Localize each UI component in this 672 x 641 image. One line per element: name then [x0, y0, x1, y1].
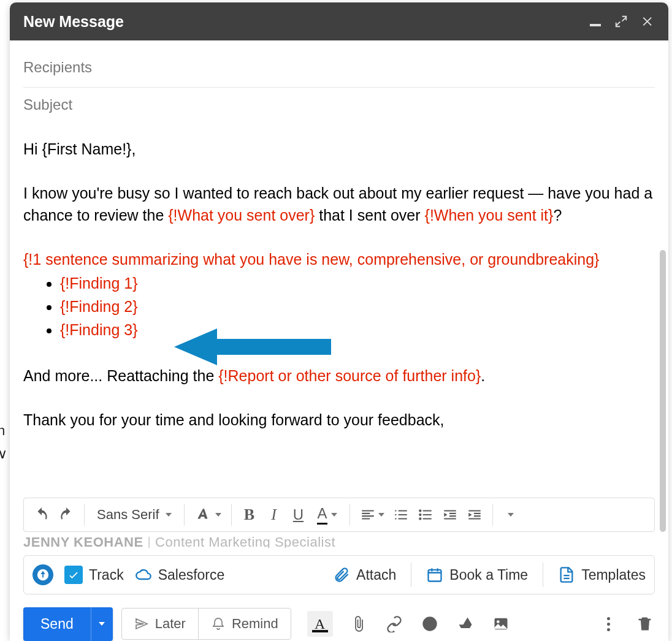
list-item: {!Finding 1} — [60, 271, 655, 295]
book-time-button[interactable]: Book a Time — [426, 566, 528, 583]
remind-button[interactable]: Remind — [198, 609, 291, 639]
svg-rect-4 — [429, 570, 441, 582]
bold-button[interactable]: B — [238, 503, 261, 527]
chevron-down-icon — [508, 513, 514, 517]
recipients-field[interactable]: Recipients — [23, 50, 655, 88]
email-body[interactable]: Hi {First Name!}, I know you're busy so … — [10, 124, 668, 474]
send-later-button[interactable]: Later — [122, 609, 198, 639]
track-label: Track — [89, 567, 124, 583]
formatting-options-button[interactable]: A — [307, 611, 333, 637]
attach-label: Attach — [356, 567, 396, 583]
close-icon[interactable] — [641, 15, 655, 28]
body-text: Thank you for your time and looking forw… — [23, 411, 444, 428]
cloud-icon — [135, 566, 152, 583]
findings-list: {!Finding 1} {!Finding 2} {!Finding 3} — [23, 271, 655, 341]
chevron-down-icon — [331, 513, 337, 517]
body-text: ? — [553, 207, 562, 224]
yesware-logo-icon[interactable] — [32, 564, 53, 585]
cutoff-char: ∨ — [0, 446, 7, 462]
more-formatting-button[interactable] — [499, 503, 522, 527]
text-color-button[interactable]: A — [311, 503, 343, 527]
chevron-down-icon — [166, 513, 172, 517]
calendar-icon — [426, 566, 443, 583]
minimize-icon[interactable] — [590, 17, 601, 26]
body-text: , — [131, 140, 136, 157]
signature-preview: JENNY KEOHANE | Content Marketing Specia… — [23, 534, 655, 548]
body-text: Hi — [23, 140, 42, 157]
signature-name: JENNY KEOHANE — [23, 534, 143, 548]
indent-less-button[interactable] — [438, 503, 462, 527]
svg-point-2 — [419, 514, 421, 516]
body-text: that I sent over — [315, 207, 424, 224]
compose-window: New Message Recipients Subject Hi {First… — [10, 2, 668, 641]
salesforce-button[interactable]: Salesforce — [135, 566, 225, 583]
underline-button[interactable]: U — [287, 503, 310, 527]
svg-point-3 — [419, 517, 421, 520]
later-label: Later — [155, 616, 186, 632]
chevron-down-icon — [99, 622, 105, 626]
font-size-button[interactable] — [191, 503, 225, 527]
send-row: Send Later Remind A — [23, 607, 655, 641]
templates-label: Templates — [581, 567, 646, 583]
merge-field: {!Report or other source of further info… — [218, 367, 481, 384]
redo-button[interactable] — [55, 503, 78, 527]
merge-field: {!1 sentence summarizing what you have i… — [23, 251, 599, 268]
paperclip-icon — [333, 566, 350, 583]
svg-point-1 — [419, 509, 421, 512]
salesforce-label: Salesforce — [158, 567, 225, 583]
document-icon — [558, 566, 575, 583]
body-text: . — [481, 367, 485, 384]
scrollbar[interactable] — [660, 250, 666, 532]
attach-file-button[interactable] — [349, 614, 368, 634]
window-title: New Message — [23, 13, 590, 31]
track-toggle[interactable]: Track — [64, 566, 124, 584]
formatting-toolbar: Sans Serif B I U A — [23, 498, 655, 532]
more-options-button[interactable] — [598, 614, 618, 634]
paper-plane-icon — [134, 616, 149, 631]
signature-role: Content Marketing Specialist — [155, 534, 335, 548]
svg-point-7 — [431, 622, 432, 623]
body-text: And more... Reattaching the — [23, 367, 218, 384]
insert-drive-button[interactable] — [456, 614, 475, 634]
insert-link-button[interactable] — [384, 614, 404, 634]
numbered-list-button[interactable] — [389, 503, 413, 527]
templates-button[interactable]: Templates — [558, 566, 646, 583]
bullet-list-button[interactable] — [414, 503, 437, 527]
list-item: {!Finding 3} — [60, 318, 655, 341]
chevron-down-icon — [378, 513, 384, 517]
remind-label: Remind — [232, 616, 278, 632]
titlebar: New Message — [10, 2, 668, 40]
cutoff-char: n — [0, 423, 5, 439]
font-family-label: Sans Serif — [97, 507, 159, 523]
italic-button[interactable]: I — [262, 503, 286, 527]
attach-button[interactable]: Attach — [333, 566, 396, 583]
insert-photo-button[interactable] — [491, 614, 511, 634]
discard-button[interactable] — [635, 614, 655, 634]
book-label: Book a Time — [449, 567, 528, 583]
insert-emoji-button[interactable] — [420, 614, 440, 634]
list-item: {!Finding 2} — [60, 295, 655, 318]
send-button[interactable]: Send — [23, 607, 91, 641]
send-options-button[interactable] — [91, 607, 113, 641]
expand-icon[interactable] — [614, 15, 628, 28]
undo-button[interactable] — [30, 503, 53, 527]
svg-point-6 — [427, 622, 428, 623]
align-button[interactable] — [356, 503, 388, 527]
svg-point-9 — [497, 620, 500, 623]
extension-toolbar: Track Salesforce Attach Book a Time Temp… — [23, 555, 655, 594]
merge-field: {!Finding 3} — [60, 321, 138, 338]
subject-field[interactable]: Subject — [23, 88, 655, 124]
merge-field: {First Name!} — [42, 140, 132, 157]
bell-icon — [211, 616, 226, 631]
indent-more-button[interactable] — [463, 503, 486, 527]
merge-field: {!Finding 1} — [60, 275, 138, 292]
kebab-icon — [607, 617, 610, 631]
checkbox-checked-icon — [64, 566, 83, 584]
merge-field: {!What you sent over} — [168, 207, 315, 224]
merge-field: {!Finding 2} — [60, 298, 138, 315]
merge-field: {!When you sent it} — [425, 207, 554, 224]
font-family-button[interactable]: Sans Serif — [91, 507, 178, 523]
chevron-down-icon — [215, 513, 221, 517]
svg-point-5 — [423, 618, 436, 631]
